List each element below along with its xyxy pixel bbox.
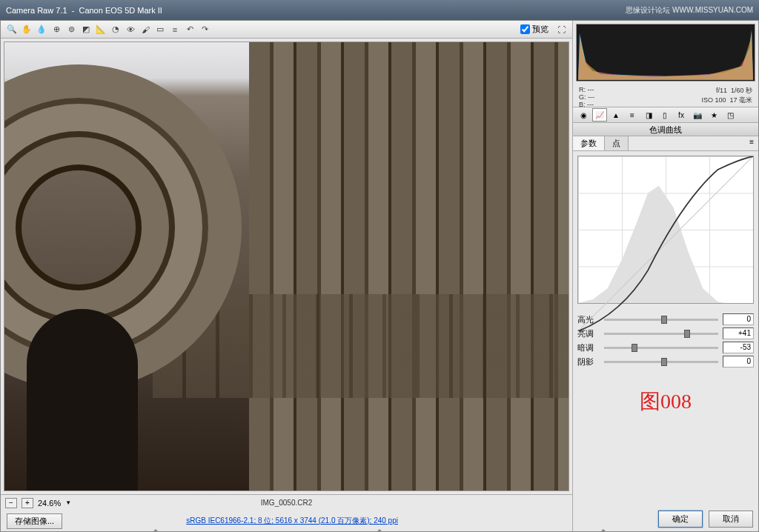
- shadows-slider[interactable]: [604, 361, 718, 363]
- zoom-out-button[interactable]: −: [5, 498, 17, 508]
- main-area: 🔍 ✋ 💧 ⊕ ⊚ ◩ 📐 ◔ 👁 🖌 ▭ ≡ ↶ ↷ 预览 ⛶: [0, 20, 759, 532]
- zoom-in-button[interactable]: +: [21, 498, 33, 508]
- preview-checkbox[interactable]: 预览: [520, 24, 548, 35]
- toolbar: 🔍 ✋ 💧 ⊕ ⊚ ◩ 📐 ◔ 👁 🖌 ▭ ≡ ↶ ↷ 预览 ⛶: [1, 21, 572, 39]
- preview-check-input[interactable]: [520, 24, 530, 34]
- detail-tab-icon[interactable]: ▲: [609, 108, 623, 122]
- presets-tab-icon[interactable]: ★: [706, 108, 721, 122]
- point-tab[interactable]: 点: [605, 136, 629, 150]
- hand-tool-icon[interactable]: ✋: [20, 23, 33, 36]
- darks-slider[interactable]: [604, 347, 718, 349]
- darks-value[interactable]: -53: [723, 342, 754, 353]
- shadows-slider-row: 阴影 0: [577, 356, 754, 368]
- straighten-icon[interactable]: 📐: [94, 23, 107, 36]
- histogram-info: R: --- G: --- B: --- f/11 1/60 秒 ISO 100…: [573, 84, 758, 107]
- prefs-icon[interactable]: ≡: [168, 23, 182, 36]
- svg-line-4: [578, 156, 753, 331]
- left-panel: 🔍 ✋ 💧 ⊕ ⊚ ◩ 📐 ◔ 👁 🖌 ▭ ≡ ↶ ↷ 预览 ⛶: [1, 21, 573, 531]
- svg-marker-2: [578, 32, 753, 80]
- fullscreen-icon[interactable]: ⛶: [554, 23, 568, 36]
- split-tone-tab-icon[interactable]: ◨: [641, 108, 656, 122]
- shadows-value[interactable]: 0: [723, 356, 754, 368]
- tone-curve[interactable]: [577, 156, 754, 304]
- redeye-icon[interactable]: 👁: [124, 23, 137, 36]
- cancel-button[interactable]: 取消: [709, 511, 753, 528]
- title-text: Camera Raw 7.1 - Canon EOS 5D Mark II: [6, 6, 162, 15]
- workflow-options-link[interactable]: sRGB IEC61966-2.1; 8 位; 5616 x 3744 (21.…: [186, 516, 398, 526]
- preview-image: [4, 42, 569, 491]
- watermark: 思缘设计论坛 WWW.MISSYUAN.COM: [626, 5, 753, 16]
- parametric-tab[interactable]: 参数: [573, 136, 605, 150]
- right-panel: R: --- G: --- B: --- f/11 1/60 秒 ISO 100…: [573, 21, 758, 531]
- adjustment-brush-icon[interactable]: 🖌: [139, 23, 152, 36]
- lens-tab-icon[interactable]: ▯: [657, 108, 672, 122]
- panel-title: 色调曲线: [573, 123, 758, 136]
- dialog-actions: 确定 取消: [658, 511, 753, 528]
- target-adjust-icon[interactable]: ⊚: [64, 23, 78, 36]
- basic-tab-icon[interactable]: ◉: [576, 108, 591, 122]
- highlights-slider[interactable]: [604, 319, 718, 321]
- figure-annotation: 图008: [573, 388, 758, 416]
- zoom-bar: − + 24.6% ▼ IMG_0050.CR2: [1, 494, 572, 511]
- rotate-ccw-icon[interactable]: ↶: [183, 23, 196, 36]
- darks-slider-row: 暗调 -53: [577, 342, 754, 353]
- tone-curve-tab-icon[interactable]: 📈: [592, 108, 607, 122]
- panel-menu-icon[interactable]: ≡: [745, 136, 758, 150]
- graduated-filter-icon[interactable]: ▭: [153, 23, 167, 36]
- effects-tab-icon[interactable]: fx: [674, 108, 689, 122]
- title-bar: Camera Raw 7.1 - Canon EOS 5D Mark II 思缘…: [0, 0, 759, 20]
- histogram[interactable]: [576, 24, 755, 82]
- bottom-bar: 存储图像... sRGB IEC61966-2.1; 8 位; 5616 x 3…: [1, 511, 572, 531]
- ok-button[interactable]: 确定: [658, 511, 703, 528]
- snapshots-tab-icon[interactable]: ◳: [723, 108, 738, 122]
- zoom-level[interactable]: 24.6%: [38, 499, 61, 508]
- color-sampler-icon[interactable]: ⊕: [50, 23, 63, 36]
- lights-slider[interactable]: [604, 333, 718, 335]
- save-image-button[interactable]: 存储图像...: [7, 513, 62, 529]
- white-balance-icon[interactable]: 💧: [35, 23, 48, 36]
- camera-cal-tab-icon[interactable]: 📷: [690, 108, 705, 122]
- spot-removal-icon[interactable]: ◔: [109, 23, 122, 36]
- highlight-split-handle[interactable]: [598, 529, 609, 532]
- curve-sub-tabs: 参数 点 ≡: [573, 136, 758, 151]
- filename-label: IMG_0050.CR2: [261, 499, 312, 507]
- image-viewer[interactable]: [4, 41, 569, 491]
- adjustment-tabs: ◉ 📈 ▲ ≡ ◨ ▯ fx 📷 ★ ◳: [573, 107, 758, 123]
- hsl-tab-icon[interactable]: ≡: [625, 108, 640, 122]
- rotate-cw-icon[interactable]: ↷: [198, 23, 211, 36]
- zoom-tool-icon[interactable]: 🔍: [5, 23, 19, 36]
- crop-tool-icon[interactable]: ◩: [79, 23, 93, 36]
